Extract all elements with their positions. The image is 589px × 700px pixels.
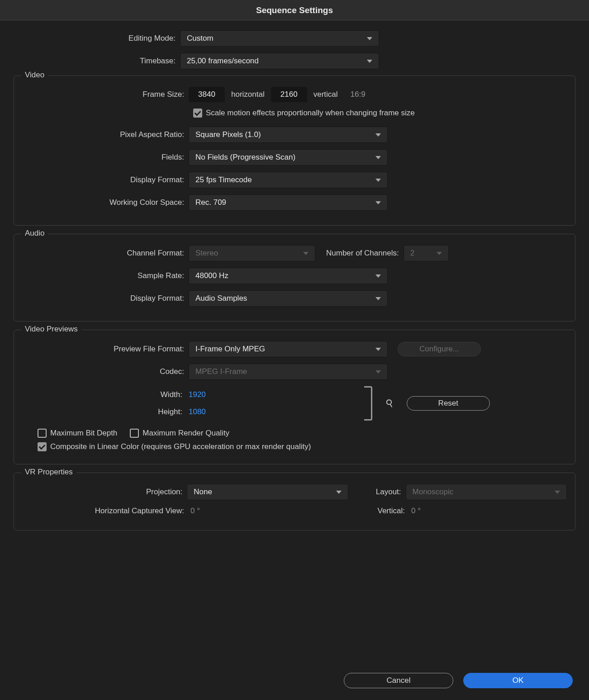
projection-value: None	[194, 487, 212, 497]
video-previews-group: Video Previews Preview File Format: I-Fr…	[14, 330, 575, 464]
composite-linear-label: Composite in Linear Color (requires GPU …	[50, 442, 311, 451]
v-captured-view-value: 0 °	[409, 506, 421, 516]
chevron-down-icon	[336, 491, 342, 494]
audio-group: Audio Channel Format: Stereo Number of C…	[14, 234, 575, 322]
layout-label: Layout:	[348, 487, 406, 497]
preview-file-format-value: I-Frame Only MPEG	[195, 345, 265, 354]
channel-format-dropdown: Stereo	[189, 245, 315, 261]
vr-properties-group: VR Properties Projection: None Layout: M…	[14, 473, 575, 530]
configure-button: Configure...	[398, 342, 481, 356]
chevron-down-icon	[375, 370, 381, 374]
link-icon[interactable]: ⚲	[383, 397, 395, 411]
chevron-down-icon	[555, 491, 560, 494]
num-channels-label: Number of Channels:	[326, 249, 399, 258]
max-render-quality-label: Maximum Render Quality	[142, 429, 229, 438]
dialog-footer: Cancel OK	[344, 673, 573, 688]
preview-width-value[interactable]: 1920	[189, 390, 206, 399]
max-render-quality-checkbox[interactable]	[130, 429, 139, 438]
num-channels-dropdown: 2	[404, 245, 449, 261]
dialog-title: Sequence Settings	[0, 0, 589, 20]
frame-size-label: Frame Size:	[27, 90, 189, 99]
chevron-down-icon	[375, 156, 381, 159]
video-display-format-value: 25 fps Timecode	[195, 175, 252, 184]
projection-dropdown[interactable]: None	[187, 484, 348, 500]
timebase-value: 25,00 frames/second	[187, 57, 259, 66]
reset-button[interactable]: Reset	[407, 396, 490, 411]
preview-file-format-dropdown[interactable]: I-Frame Only MPEG	[189, 341, 388, 357]
chevron-down-icon	[375, 348, 381, 351]
chevron-down-icon	[375, 201, 381, 204]
chevron-down-icon	[375, 274, 381, 278]
vr-properties-group-title: VR Properties	[21, 468, 76, 477]
chevron-down-icon	[303, 252, 309, 255]
preview-height-value[interactable]: 1080	[189, 407, 206, 416]
color-space-label: Working Color Space:	[27, 198, 189, 207]
layout-dropdown: Monoscopic	[406, 484, 567, 500]
video-group-title: Video	[21, 71, 48, 80]
chevron-down-icon	[375, 133, 381, 137]
scale-effects-checkbox[interactable]	[193, 109, 202, 118]
v-captured-view-label: Vertical:	[352, 506, 409, 516]
audio-display-format-value: Audio Samples	[195, 294, 247, 303]
vertical-label: vertical	[314, 90, 338, 99]
fields-label: Fields:	[27, 153, 189, 162]
num-channels-value: 2	[410, 249, 414, 258]
dialog-body: Editing Mode: Custom Timebase: 25,00 fra…	[0, 20, 589, 549]
link-bracket-icon	[364, 386, 372, 421]
frame-width-input[interactable]: 3840	[189, 87, 225, 102]
aspect-ratio-text: 16:9	[351, 90, 366, 99]
sample-rate-value: 48000 Hz	[195, 271, 228, 280]
codec-dropdown: MPEG I-Frame	[189, 364, 388, 380]
timebase-label: Timebase:	[18, 57, 180, 66]
color-space-dropdown[interactable]: Rec. 709	[189, 194, 388, 211]
projection-label: Projection:	[27, 487, 187, 497]
video-display-format-label: Display Format:	[27, 175, 189, 184]
codec-label: Codec:	[27, 367, 189, 376]
color-space-value: Rec. 709	[195, 198, 226, 207]
h-captured-view-label: Horizontal Captured View:	[27, 506, 189, 516]
audio-display-format-label: Display Format:	[27, 294, 189, 303]
chevron-down-icon	[375, 297, 381, 300]
sample-rate-dropdown[interactable]: 48000 Hz	[189, 268, 388, 284]
frame-height-input[interactable]: 2160	[271, 87, 307, 102]
video-previews-group-title: Video Previews	[21, 325, 81, 334]
max-bit-depth-checkbox[interactable]	[38, 429, 47, 438]
fields-value: No Fields (Progressive Scan)	[195, 153, 295, 162]
timebase-dropdown[interactable]: 25,00 frames/second	[180, 53, 379, 69]
editing-mode-label: Editing Mode:	[18, 34, 180, 43]
ok-button[interactable]: OK	[463, 673, 573, 688]
par-dropdown[interactable]: Square Pixels (1.0)	[189, 127, 388, 143]
composite-linear-checkbox[interactable]	[38, 442, 47, 451]
chevron-down-icon	[437, 252, 442, 255]
audio-group-title: Audio	[21, 229, 48, 238]
scale-effects-label: Scale motion effects proportionally when…	[206, 109, 415, 118]
chevron-down-icon	[375, 179, 381, 182]
preview-file-format-label: Preview File Format:	[27, 345, 189, 354]
sample-rate-label: Sample Rate:	[27, 271, 189, 280]
editing-mode-dropdown[interactable]: Custom	[180, 30, 379, 47]
horizontal-label: horizontal	[231, 90, 265, 99]
editing-mode-value: Custom	[187, 34, 214, 43]
preview-width-label: Width:	[27, 390, 189, 399]
chevron-down-icon	[367, 37, 372, 40]
max-bit-depth-label: Maximum Bit Depth	[50, 429, 117, 438]
h-captured-view-value: 0 °	[189, 506, 352, 516]
par-value: Square Pixels (1.0)	[195, 130, 261, 139]
preview-height-label: Height:	[27, 407, 189, 416]
chevron-down-icon	[367, 60, 372, 63]
video-group: Video Frame Size: 3840 horizontal 2160 v…	[14, 76, 575, 226]
fields-dropdown[interactable]: No Fields (Progressive Scan)	[189, 149, 388, 166]
par-label: Pixel Aspect Ratio:	[27, 130, 189, 139]
layout-value: Monoscopic	[413, 487, 454, 497]
channel-format-value: Stereo	[195, 249, 218, 258]
video-display-format-dropdown[interactable]: 25 fps Timecode	[189, 172, 388, 188]
codec-value: MPEG I-Frame	[195, 367, 247, 376]
audio-display-format-dropdown[interactable]: Audio Samples	[189, 290, 388, 307]
cancel-button[interactable]: Cancel	[344, 673, 453, 688]
channel-format-label: Channel Format:	[27, 249, 189, 258]
